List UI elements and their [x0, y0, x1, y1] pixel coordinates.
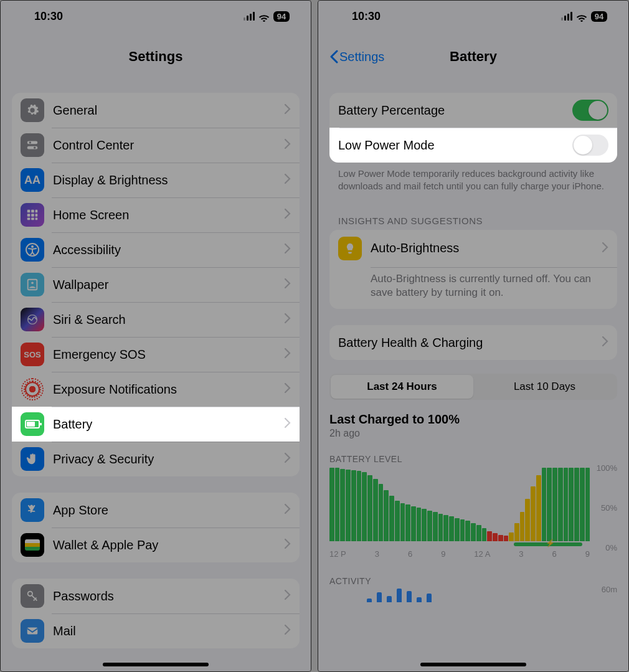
chevron-right-icon	[285, 625, 291, 637]
chart-bars	[329, 468, 590, 541]
last-charged-sub: 2h ago	[329, 428, 617, 439]
row-label: Wallpaper	[53, 278, 285, 292]
accessibility-icon	[21, 238, 44, 262]
chart-title: BATTERY LEVEL	[329, 454, 617, 464]
row-general[interactable]: General	[12, 93, 300, 128]
chevron-right-icon	[285, 590, 291, 602]
chevron-right-icon	[285, 278, 291, 291]
row-label: Exposure Notifications	[53, 382, 285, 397]
svg-rect-0	[27, 141, 38, 144]
y-label-0: 0%	[605, 543, 617, 552]
battery-icon	[21, 412, 44, 436]
seg-24h[interactable]: Last 24 Hours	[331, 375, 473, 399]
battery-status-icon: 94	[591, 11, 607, 22]
gear-icon	[21, 98, 44, 122]
battery-percentage-toggle[interactable]	[572, 100, 608, 121]
y-label-50: 50%	[601, 503, 617, 513]
row-label: General	[53, 103, 285, 118]
row-app-store[interactable]: App Store	[12, 493, 300, 528]
home-indicator[interactable]	[420, 663, 526, 666]
x-tick: 12 P	[329, 549, 346, 559]
row-label: Siri & Search	[53, 313, 285, 327]
activity-y-label: 60m	[602, 585, 617, 594]
x-tick: 12 A	[474, 549, 490, 559]
svg-rect-10	[27, 218, 31, 220]
row-passwords[interactable]: Passwords	[12, 579, 300, 613]
row-low-power-mode[interactable]: Low Power Mode	[329, 128, 617, 163]
last-charged-title: Last Charged to 100%	[329, 412, 617, 427]
row-control-center[interactable]: Control Center	[12, 128, 300, 163]
svg-rect-7	[27, 214, 31, 217]
x-tick: 9	[585, 549, 590, 559]
row-battery[interactable]: Battery	[12, 407, 300, 442]
chevron-right-icon	[285, 313, 291, 326]
chevron-right-icon	[285, 504, 291, 516]
activity-chart: 60m	[329, 589, 617, 602]
home-indicator[interactable]	[103, 663, 209, 666]
svg-rect-11	[31, 218, 34, 220]
app-store-icon	[21, 498, 44, 522]
row-label: Control Center	[53, 138, 285, 153]
settings-screen: 10:30 94 Settings General Control Center	[0, 0, 311, 672]
time-range-segmented[interactable]: Last 24 Hours Last 10 Days	[329, 374, 617, 400]
low-power-description: Low Power Mode temporarily reduces backg…	[318, 163, 628, 193]
back-button[interactable]: Settings	[329, 50, 384, 64]
activity-header: ACTIVITY	[329, 576, 617, 586]
x-tick: 9	[441, 549, 445, 559]
row-sos[interactable]: SOS Emergency SOS	[12, 337, 300, 372]
seg-10d[interactable]: Last 10 Days	[473, 375, 616, 399]
chevron-right-icon	[285, 209, 291, 221]
last-charged-block: Last Charged to 100% 2h ago	[329, 412, 617, 439]
svg-rect-6	[35, 210, 38, 213]
siri-icon	[21, 308, 44, 331]
toggles-icon	[21, 133, 44, 157]
chevron-right-icon	[285, 539, 291, 551]
nav-bar: Settings	[1, 42, 311, 72]
battery-status-icon: 94	[273, 11, 290, 22]
row-mail[interactable]: Mail	[12, 613, 300, 648]
row-siri[interactable]: Siri & Search	[12, 302, 300, 337]
row-label: Battery Percentage	[338, 103, 572, 118]
svg-rect-8	[31, 214, 34, 217]
svg-point-16	[31, 282, 34, 284]
chevron-right-icon	[285, 104, 291, 116]
row-label: Emergency SOS	[53, 348, 285, 362]
chevron-right-icon	[285, 139, 291, 151]
apps-grid-icon	[21, 203, 44, 227]
svg-rect-19	[27, 628, 38, 635]
cellular-icon	[561, 12, 572, 21]
row-exposure[interactable]: Exposure Notifications	[12, 372, 300, 407]
x-axis: 12 P 3 6 9 12 A 3 6 9	[329, 549, 590, 559]
battery-toggle-group: Battery Percentage Low Power Mode	[329, 93, 617, 163]
low-power-mode-toggle[interactable]	[572, 135, 608, 156]
chevron-right-icon	[602, 336, 608, 349]
status-bar: 10:30 94	[1, 1, 311, 32]
battery-screen: 10:30 94 Settings Battery Battery Percen…	[318, 0, 629, 672]
row-label: Battery Health & Charging	[338, 336, 602, 350]
row-home-screen[interactable]: Home Screen	[12, 197, 300, 232]
svg-point-2	[29, 141, 31, 143]
svg-rect-9	[35, 214, 38, 217]
hand-icon	[21, 447, 44, 471]
row-accessibility[interactable]: Accessibility	[12, 232, 300, 267]
svg-point-3	[34, 146, 35, 148]
chevron-right-icon	[285, 418, 291, 430]
insights-group: Auto-Brightness Auto-Brightness is curre…	[329, 230, 617, 310]
row-display[interactable]: AA Display & Brightness	[12, 163, 300, 197]
svg-rect-12	[35, 218, 38, 220]
sos-icon: SOS	[21, 343, 44, 366]
row-battery-health[interactable]: Battery Health & Charging	[329, 325, 617, 360]
row-label: Privacy & Security	[53, 452, 285, 466]
row-battery-percentage[interactable]: Battery Percentage	[329, 93, 617, 128]
row-label: App Store	[53, 503, 285, 518]
row-wallet[interactable]: Wallet & Apple Pay	[12, 528, 300, 562]
lightbulb-icon	[338, 237, 362, 260]
row-label: Mail	[53, 624, 285, 638]
x-tick: 3	[375, 549, 379, 559]
svg-rect-4	[27, 210, 31, 213]
row-privacy[interactable]: Privacy & Security	[12, 442, 300, 476]
insights-header: INSIGHTS AND SUGGESTIONS	[318, 215, 628, 230]
row-wallpaper[interactable]: Wallpaper	[12, 267, 300, 302]
row-auto-brightness[interactable]: Auto-Brightness	[329, 230, 617, 267]
svg-rect-15	[28, 280, 37, 290]
